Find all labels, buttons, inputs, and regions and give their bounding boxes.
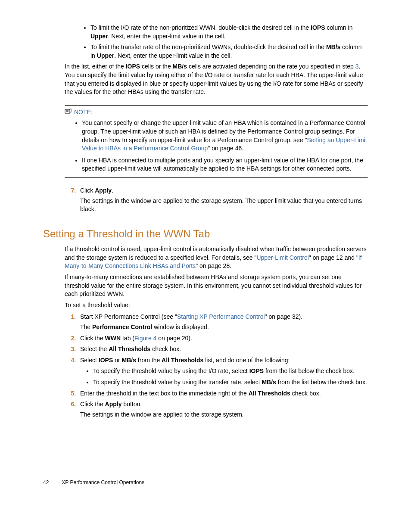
bullet-mbs-limit: To limit the transfer rate of the non-pr…: [90, 43, 368, 60]
step-7-block: Click Apply. The settings in the window …: [65, 187, 368, 214]
step-7-desc: The settings in the window are applied t…: [80, 197, 368, 214]
step-1-desc: The Performance Control window is displa…: [80, 323, 368, 332]
intro-block: If a threshold control is used, upper-li…: [65, 245, 368, 419]
step-4-bullet-iops: To specify the threshold value by using …: [93, 367, 368, 376]
page-number: 42: [43, 479, 60, 486]
intro-p3: To set a threshold value:: [65, 301, 368, 310]
step-3-link[interactable]: 3: [355, 63, 359, 70]
step-4: Select IOPS or MB/s from the All Thresho…: [78, 356, 368, 387]
link-starting-xp[interactable]: Starting XP Performance Control: [177, 313, 265, 320]
note-rule-bottom: [65, 177, 368, 178]
intro-p2: If many-to-many connections are establis…: [65, 273, 368, 299]
note-item-1: You cannot specify or change the upper-l…: [82, 119, 368, 152]
page-footer: 42 XP Performance Control Operations: [43, 479, 368, 486]
step-7: Click Apply. The settings in the window …: [78, 187, 368, 214]
step-6-desc: The settings in the window are applied t…: [80, 411, 368, 419]
top-paragraph: In the list, either of the IOPS cells or…: [65, 62, 368, 96]
step-4-bullet-mbs: To specify the threshold value by using …: [93, 378, 368, 387]
note-box: NOTE: You cannot specify or change the u…: [65, 105, 368, 178]
note-icon: [65, 108, 72, 117]
link-figure-4[interactable]: Figure 4: [134, 335, 156, 342]
step-3: Select the All Thresholds check box.: [78, 345, 368, 354]
footer-title: XP Performance Control Operations: [62, 479, 144, 485]
bullet-iops-limit: To limit the I/O rate of the non-priorit…: [90, 24, 368, 40]
step-6: Click the Apply button. The settings in …: [78, 400, 368, 419]
step-2: Click the WWN tab (Figure 4 on page 20).: [78, 334, 368, 343]
top-bullet-block: To limit the I/O rate of the non-priorit…: [78, 24, 368, 60]
note-header: NOTE:: [65, 106, 368, 118]
note-body: You cannot specify or change the upper-l…: [65, 119, 368, 173]
note-item-2: If one HBA is connected to multiple port…: [82, 156, 368, 173]
link-upper-limit-control[interactable]: Upper-Limit Control: [256, 254, 308, 261]
step-5: Enter the threshold in the text box to t…: [78, 389, 368, 398]
section-heading-threshold: Setting a Threshold in the WWN Tab: [43, 227, 368, 241]
intro-p1: If a threshold control is used, upper-li…: [65, 245, 368, 271]
note-label: NOTE:: [74, 108, 93, 117]
step-1: Start XP Performance Control (see "Start…: [78, 313, 368, 331]
